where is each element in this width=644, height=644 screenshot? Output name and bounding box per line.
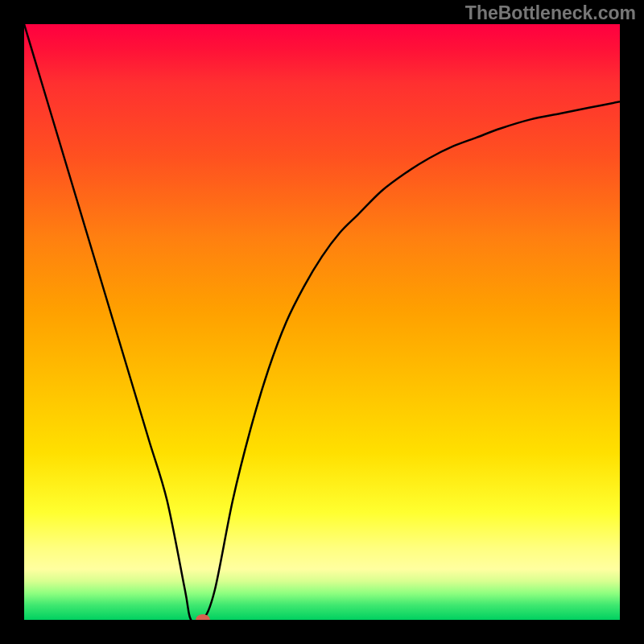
plot-area	[24, 24, 620, 620]
optimum-marker	[196, 614, 210, 620]
attribution-label: TheBottleneck.com	[465, 2, 636, 24]
bottleneck-curve	[24, 24, 620, 620]
chart-container: TheBottleneck.com	[0, 0, 644, 644]
chart-svg	[24, 24, 620, 620]
